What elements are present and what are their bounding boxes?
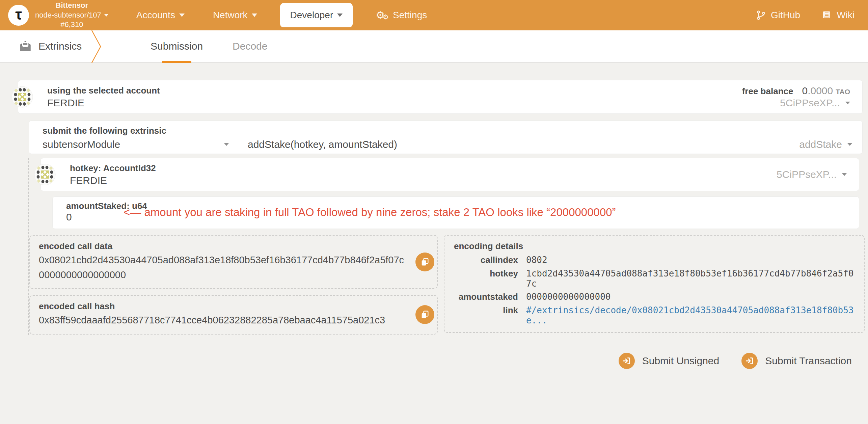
free-balance-label: free balance [742,86,793,97]
account-select-row[interactable]: using the selected account FERDIE free b… [18,80,863,114]
top-header-bar: τ Bittensor node-subtensor/107 #6,310 Ac… [0,0,868,30]
identicon-ferdie [11,86,33,108]
hotkey-account-name: FERDIE [70,175,156,186]
free-balance-line: free balance 0.0000TAO [742,85,850,97]
param-amount-row: amountStaked: u64 0 <— amount you are st… [52,196,859,229]
account-balance-block: free balance 0.0000TAO 5CiPPseXP... [742,85,850,109]
encoding-row-link: link #/extrinsics/decode/0x08021cbd2d435… [454,305,855,325]
nav-item-settings[interactable]: ⚙⚙ Settings [361,10,441,21]
chevron-down-icon [179,14,185,17]
extrinsic-select-row: submit the following extrinsic subtensor… [29,121,863,154]
call-select-dropdown[interactable]: addStake [799,139,852,150]
account-name: FERDIE [47,97,160,109]
sign-in-icon [741,353,758,369]
encoded-call-data-label: encoded call data [39,241,112,251]
submit-unsigned-button[interactable]: Submit Unsigned [619,353,719,369]
tab-submission[interactable]: Submission [136,30,218,62]
copy-icon [420,257,430,267]
copy-call-data-button[interactable] [415,253,434,271]
encoding-row-amountstaked: amountstaked 0000000000000000 [454,292,855,302]
encoding-details-box: encoding details callindex 0802 hotkey 1… [444,235,865,333]
account-select-label: using the selected account [47,85,160,96]
chevron-down-icon [224,143,229,146]
main-nav: Accounts Network Developer ⚙⚙ Settings [122,0,441,30]
call-signature: addStake(hotkey, amountStaked) [248,139,397,150]
chevron-down-icon [847,143,852,146]
extrinsic-select-label: submit the following extrinsic [43,126,166,136]
section-title-extrinsics: Extrinsics [0,30,90,62]
chevron-down-icon [104,14,109,17]
node-info-block[interactable]: Bittensor node-subtensor/107 #6,310 [35,1,109,30]
decode-link[interactable]: #/extrinsics/decode/0x08021cbd2d43530a44… [526,305,855,325]
chevron-down-icon [252,14,257,17]
chevron-down-icon [337,14,343,17]
encoding-row-hotkey: hotkey 1cbd2d43530a44705ad088af313e18f80… [454,268,855,289]
section-divider-chevron [90,30,102,63]
params-group: hotkey: AccountId32 FERDIE 5CiPPseXP... … [28,158,868,335]
encoded-call-data-value: 0x08021cbd2d43530a44705ad088af313e18f80b… [39,253,407,282]
encoding-row-callindex: callindex 0802 [454,255,855,265]
tab-decode[interactable]: Decode [218,30,282,62]
hotkey-param-info: hotkey: AccountId32 FERDIE [70,163,156,186]
submit-transaction-button[interactable]: Submit Transaction [741,353,852,369]
book-icon [822,10,832,21]
sign-in-icon [619,353,635,369]
github-link[interactable]: GitHub [756,10,800,21]
copy-icon [420,310,430,319]
module-select[interactable]: subtensorModule [43,139,248,150]
encoded-call-hash-box: encoded call hash 0x83ff59cdaaafd2556877… [29,295,438,335]
mail-icon [19,41,32,52]
account-address-dropdown[interactable]: 5CiPPseXP... [780,97,850,109]
nav-item-developer[interactable]: Developer [280,3,353,27]
tau-logo-glyph: τ [15,7,22,23]
section-title-label: Extrinsics [38,41,82,52]
free-balance-value: 0.0000TAO [802,85,850,97]
copy-call-hash-button[interactable] [415,305,434,324]
nav-item-network[interactable]: Network [199,10,271,21]
encoded-call-hash-value: 0x83ff59cdaaafd255687718c7741cce4b062328… [39,313,407,328]
hotkey-address-dropdown[interactable]: 5CiPPseXP... [777,169,847,180]
node-version[interactable]: node-subtensor/107 [35,10,109,20]
chevron-down-icon [842,173,847,176]
tab-bar: Extrinsics Submission Decode [0,30,868,63]
hotkey-address-block: 5CiPPseXP... [777,169,847,180]
param-hotkey-row[interactable]: hotkey: AccountId32 FERDIE 5CiPPseXP... [40,158,859,191]
encoded-call-hash-label: encoded call hash [39,301,115,311]
encoding-details-label: encoding details [454,241,523,251]
gears-icon: ⚙⚙ [376,10,389,20]
block-number: #6,310 [35,20,109,30]
nav-item-accounts[interactable]: Accounts [122,10,199,21]
bittensor-logo[interactable]: τ [8,5,29,26]
encoding-details-rows: callindex 0802 hotkey 1cbd2d43530a44705a… [454,255,855,325]
encoded-output-left-column: encoded call data 0x08021cbd2d43530a4470… [29,235,438,335]
encoded-output-row: encoded call data 0x08021cbd2d43530a4470… [29,235,868,335]
hotkey-param-label: hotkey: AccountId32 [70,163,156,174]
tabs: Submission Decode [136,30,282,62]
page-content: using the selected account FERDIE free b… [0,63,868,369]
identicon-ferdie [34,164,56,185]
git-branch-icon [756,10,766,21]
app-screen: τ Bittensor node-subtensor/107 #6,310 Ac… [0,0,868,424]
chain-name: Bittensor [35,1,109,10]
chevron-down-icon [845,102,850,104]
submit-actions-row: Submit Unsigned Submit Transaction [0,353,868,369]
wiki-link[interactable]: Wiki [822,10,855,21]
amount-annotation-note: <— amount you are staking in full TAO fo… [124,206,616,219]
selected-account-info: using the selected account FERDIE [47,85,160,109]
extrinsic-select-controls: subtensorModule addStake(hotkey, amountS… [43,139,852,150]
encoded-call-data-box: encoded call data 0x08021cbd2d43530a4470… [29,235,438,289]
